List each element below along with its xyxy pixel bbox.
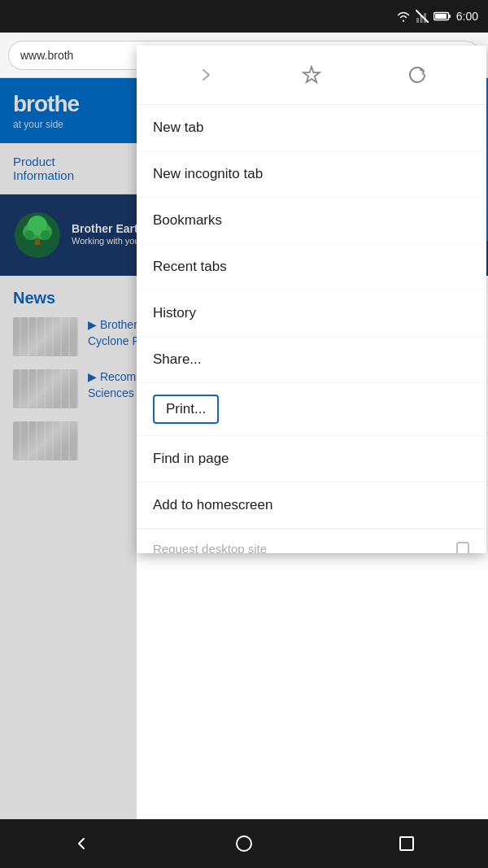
- svg-rect-6: [435, 14, 447, 19]
- svg-rect-5: [448, 15, 451, 18]
- menu-item-print[interactable]: Print...: [137, 383, 486, 436]
- wifi-icon: [396, 11, 411, 22]
- bottom-nav: [0, 819, 488, 868]
- menu-item-history[interactable]: History: [137, 290, 486, 337]
- menu-item-bookmarks[interactable]: Bookmarks: [137, 198, 486, 244]
- dropdown-menu: New tab New incognito tab Bookmarks Rece…: [137, 46, 486, 553]
- home-button[interactable]: [224, 823, 264, 864]
- recent-apps-button[interactable]: [386, 823, 427, 864]
- svg-point-16: [237, 836, 251, 851]
- partial-item-label: Request desktop site: [153, 542, 267, 553]
- url-text: www.broth: [20, 49, 73, 62]
- forward-icon[interactable]: [188, 57, 224, 93]
- svg-rect-15: [457, 543, 468, 553]
- menu-item-new-tab[interactable]: New tab: [137, 105, 486, 151]
- menu-item-share[interactable]: Share...: [137, 337, 486, 383]
- signal-icon: [416, 10, 429, 23]
- bookmark-icon[interactable]: [294, 57, 329, 93]
- status-bar: 6:00: [0, 0, 488, 33]
- status-time: 6:00: [456, 10, 478, 23]
- svg-rect-17: [400, 837, 413, 850]
- menu-overlay[interactable]: [0, 78, 137, 819]
- back-button[interactable]: [61, 823, 102, 864]
- status-icons: 6:00: [396, 10, 478, 23]
- battery-icon: [434, 11, 451, 21]
- print-highlight-box: Print...: [153, 395, 219, 424]
- menu-header: [137, 46, 486, 105]
- menu-item-add-to-homescreen[interactable]: Add to homescreen: [137, 482, 486, 529]
- menu-item-request-desktop[interactable]: Request desktop site: [137, 529, 486, 553]
- menu-item-recent-tabs[interactable]: Recent tabs: [137, 244, 486, 290]
- refresh-icon[interactable]: [399, 57, 435, 93]
- svg-rect-0: [416, 18, 419, 23]
- menu-item-incognito[interactable]: New incognito tab: [137, 151, 486, 198]
- menu-item-find-in-page[interactable]: Find in page: [137, 436, 486, 482]
